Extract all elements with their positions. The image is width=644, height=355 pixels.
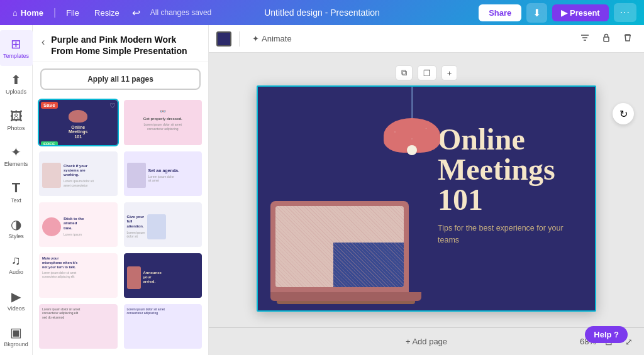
- nav-right-actions: Share ⬇ ▶ Present ···: [479, 3, 636, 23]
- sidebar-item-elements[interactable]: ✦ Elements: [0, 138, 33, 174]
- template-thumb-5[interactable]: Stick to theallottedtime. Lorem ipsum: [38, 201, 119, 248]
- free-badge: FREE: [41, 141, 58, 146]
- home-label: Home: [21, 8, 43, 18]
- template-thumb-8[interactable]: Announceyourarrival.: [123, 252, 204, 299]
- delete-icon: [623, 33, 633, 43]
- sidebar-item-videos[interactable]: ▶ Videos: [0, 283, 33, 319]
- uploads-label: Uploads: [6, 89, 26, 95]
- filter-button[interactable]: [576, 30, 594, 47]
- sidebar-item-text[interactable]: T Text: [0, 175, 33, 210]
- photos-icon: 🖼: [10, 110, 23, 123]
- lock-button[interactable]: [597, 30, 615, 47]
- slide-canvas[interactable]: OnlineMeetings101 Tips for the best expe…: [257, 85, 596, 312]
- toolbar-right: [576, 30, 636, 47]
- videos-label: Videos: [8, 305, 25, 312]
- text-label: Text: [11, 197, 21, 204]
- lock-icon: [601, 33, 611, 43]
- file-button[interactable]: File: [61, 6, 84, 20]
- add-page-button[interactable]: + Add page: [406, 337, 447, 346]
- color-swatch[interactable]: [216, 31, 231, 46]
- text-icon: T: [12, 181, 20, 195]
- zoom-controls: 68% ⊡ ⤢ Help ?: [580, 336, 636, 348]
- bkground-icon: ▣: [10, 326, 22, 339]
- slide-subtext: Tips for the best experience for your te…: [438, 222, 582, 246]
- share-button[interactable]: Share: [479, 4, 521, 21]
- audio-icon: ♫: [11, 254, 21, 266]
- template-thumb-2[interactable]: 👓 Get properly dressed. Lorem ipsum dolo…: [123, 99, 204, 146]
- canvas-toolbar: ✦ Animate: [209, 25, 644, 53]
- canvas-bottom: + Add page 68% ⊡ ⤢ Help ?: [209, 327, 644, 355]
- panel-title: Purple and Pink Modern Work From Home Si…: [51, 34, 201, 57]
- template-panel: ‹ Purple and Pink Modern Work From Home …: [33, 25, 209, 355]
- panel-header: ‹ Purple and Pink Modern Work From Home …: [33, 25, 208, 62]
- add-slide-button[interactable]: +: [441, 65, 458, 80]
- canvas-scroll[interactable]: ⧉ ❐ +: [209, 53, 644, 327]
- document-title: Untitled design - Presentation: [264, 8, 380, 18]
- toolbar-separator: [239, 31, 240, 46]
- refresh-button[interactable]: ↻: [613, 103, 634, 124]
- top-nav: ⌂ Home | File Resize ↩ All changes saved…: [0, 0, 644, 25]
- templates-icon: ⊞: [11, 38, 21, 50]
- icon-sidebar: ⊞ Templates ⬆ Uploads 🖼 Photos ✦ Element…: [0, 25, 33, 355]
- main-layout: ⊞ Templates ⬆ Uploads 🖼 Photos ✦ Element…: [0, 25, 644, 355]
- styles-icon: ◑: [11, 218, 21, 231]
- copy-slide-button[interactable]: ⧉: [396, 65, 413, 80]
- undo-button[interactable]: ↩: [130, 4, 143, 21]
- photos-label: Photos: [7, 125, 25, 131]
- animate-button[interactable]: ✦ Animate: [247, 31, 297, 46]
- bkground-label: Bkground: [4, 341, 28, 347]
- sidebar-item-styles[interactable]: ◑ Styles: [0, 210, 33, 246]
- resize-button[interactable]: Resize: [89, 6, 125, 20]
- videos-icon: ▶: [11, 290, 21, 303]
- more-button[interactable]: ···: [614, 3, 636, 22]
- save-badge: Save: [41, 102, 58, 109]
- elements-label: Elements: [4, 161, 28, 167]
- animate-label: Animate: [262, 34, 292, 43]
- templates-label: Templates: [3, 53, 29, 59]
- animate-icon: ✦: [252, 34, 259, 43]
- template-thumb-9[interactable]: Lorem ipsum dolor sit ametconsectetur ad…: [38, 303, 119, 350]
- template-thumb-10[interactable]: Lorem ipsum dolor sit ametconsectetur ad…: [123, 303, 204, 350]
- home-icon: ⌂: [13, 8, 18, 18]
- canvas-area: ✦ Animate: [209, 25, 644, 355]
- sidebar-item-audio[interactable]: ♫ Audio: [0, 247, 33, 283]
- template-grid: OnlineMeetings101 Save ♡ FREE 👓 Get prop…: [33, 96, 208, 355]
- template-thumb-3[interactable]: Check if yoursystems areworking. Lorem i…: [38, 150, 119, 197]
- heart-icon: ♡: [109, 102, 116, 110]
- styles-label: Styles: [8, 233, 24, 239]
- home-button[interactable]: ⌂ Home: [8, 6, 48, 20]
- save-status: All changes saved: [150, 8, 211, 17]
- present-button[interactable]: ▶ Present: [552, 4, 608, 21]
- audio-label: Audio: [9, 269, 23, 275]
- elements-icon: ✦: [11, 146, 21, 158]
- filter-icon: [580, 33, 590, 43]
- template-thumb-7[interactable]: Mute yourmicrophone when it'snot your tu…: [38, 252, 119, 299]
- svg-rect-3: [604, 37, 609, 41]
- sidebar-item-uploads[interactable]: ⬆ Uploads: [0, 66, 33, 102]
- delete-button[interactable]: [619, 30, 636, 47]
- panel-back-button[interactable]: ‹: [40, 35, 46, 49]
- duplicate-slide-button[interactable]: ❐: [418, 65, 436, 80]
- uploads-icon: ⬆: [11, 74, 21, 86]
- sidebar-item-bkground[interactable]: ▣ Bkground: [0, 319, 33, 355]
- template-thumb-4[interactable]: Set an agenda. Lorem ipsum dolorsit amet: [123, 150, 204, 197]
- sidebar-item-photos[interactable]: 🖼 Photos: [0, 102, 33, 138]
- apply-all-button[interactable]: Apply all 11 pages: [40, 68, 201, 90]
- nav-divider: |: [53, 7, 56, 18]
- template-thumb-6[interactable]: Give yourfullattention. Lorem ipsumdolor…: [123, 201, 204, 248]
- template-thumb-1[interactable]: OnlineMeetings101 Save ♡ FREE: [38, 99, 119, 146]
- help-button[interactable]: Help ?: [585, 326, 628, 343]
- sidebar-item-templates[interactable]: ⊞ Templates: [0, 30, 33, 66]
- download-button[interactable]: ⬇: [526, 3, 547, 23]
